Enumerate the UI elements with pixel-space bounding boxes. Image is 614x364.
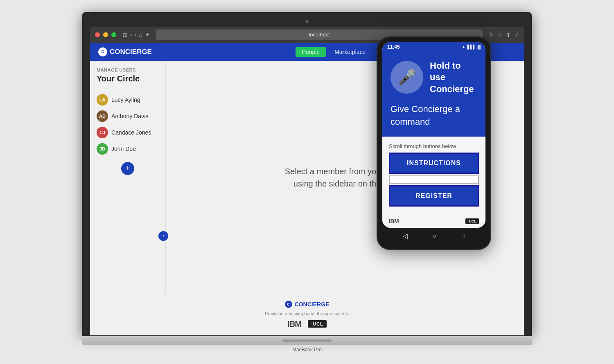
app-logo: C CONCIERGE [98, 47, 152, 56]
sidebar-manage-label: MANAGE USERS [90, 67, 165, 72]
macbook-base [82, 336, 532, 345]
phone-ucl-logo: ·UCL [465, 218, 479, 224]
battery-icon: ▓ [478, 45, 481, 49]
scroll-label: Scroll through buttons below [389, 143, 479, 149]
member-name: John Doe [111, 146, 136, 152]
app-nav: People Marketplace [296, 47, 372, 57]
phone-device: 11:45 ▲ ▌▌▌ ▓ 🎤 Hold to use Concierge Gi… [377, 36, 491, 250]
fullscreen-icon[interactable]: ⤢ [514, 31, 519, 38]
share-icon[interactable]: ⬆ [506, 31, 511, 38]
phone-ibm-logo: IBM [389, 218, 399, 225]
ucl-logo: ·UCL [308, 320, 327, 328]
svg-text:LA: LA [99, 97, 106, 102]
member-name: Candace Jones [111, 129, 151, 136]
browser-nav: ⊞ ‹ › ⌂ [123, 31, 142, 38]
sidebar-icon[interactable]: ⊞ [123, 31, 128, 38]
sidebar-title: Your Circle [90, 74, 165, 83]
footer-logo: C CONCIERGE [285, 301, 330, 308]
list-item[interactable]: AD Anthony Davis [90, 108, 165, 124]
register-button[interactable]: REGISTER [389, 185, 479, 207]
phone-divider [389, 175, 479, 184]
phone-screen: 11:45 ▲ ▌▌▌ ▓ 🎤 Hold to use Concierge Gi… [382, 42, 485, 228]
bookmark-icon[interactable]: ☆ [497, 31, 503, 38]
give-command-text: Give Concierge a command [391, 104, 460, 127]
logo-text: CONCIERGE [110, 48, 152, 56]
camera [305, 20, 309, 23]
phone-nav-bar: ◁ ○ □ [382, 228, 485, 244]
phone-hero-section: 🎤 Hold to use Concierge [382, 52, 485, 103]
wifi-icon: ▲ [462, 45, 466, 49]
sidebar-toggle-button[interactable]: ‹ [158, 231, 168, 241]
tab-marketplace[interactable]: Marketplace [328, 47, 372, 57]
phone-status-bar: 11:45 ▲ ▌▌▌ ▓ [382, 42, 485, 52]
app-footer: C CONCIERGE Providing a helping hand, th… [90, 294, 524, 335]
tab-people[interactable]: People [296, 47, 327, 57]
list-item[interactable]: JD John Doe [90, 141, 165, 157]
add-member-button[interactable]: + [121, 162, 134, 175]
svg-text:AD: AD [99, 114, 106, 119]
logo-icon: C [98, 47, 107, 56]
forward-icon[interactable]: › [135, 31, 137, 38]
back-nav-button[interactable]: ◁ [403, 232, 408, 240]
footer-tagline: Providing a helping hand, through speech… [265, 311, 349, 316]
macbook-label: MacBook Pro [292, 347, 322, 353]
list-item[interactable]: LA Lucy Ayling [90, 92, 165, 108]
svg-text:CJ: CJ [99, 130, 105, 135]
svg-text:JD: JD [99, 146, 105, 151]
avatar: AD [97, 110, 108, 122]
give-command-section: Give Concierge a command [382, 103, 485, 137]
home-nav-button[interactable]: ○ [432, 232, 436, 240]
recents-nav-button[interactable]: □ [461, 232, 465, 240]
home-icon[interactable]: ⌂ [139, 31, 142, 38]
member-name: Lucy Ayling [111, 97, 140, 103]
signal-icon: ▌▌▌ [467, 45, 476, 49]
macbook-notch [282, 339, 332, 342]
hold-to-use-text: Hold to use Concierge [430, 60, 477, 95]
avatar: CJ [97, 127, 108, 138]
close-button[interactable] [95, 32, 100, 37]
status-icons: ▲ ▌▌▌ ▓ [462, 45, 481, 49]
avatar: LA [97, 94, 108, 106]
instructions-button[interactable]: INSTRUCTIONS [389, 153, 479, 174]
member-name: Anthony Davis [111, 113, 148, 119]
ibm-logo: IBM [287, 319, 301, 329]
avatar: JD [97, 143, 108, 155]
footer-partner-logos: IBM ·UCL [287, 319, 326, 329]
phone-buttons-section: Scroll through buttons below INSTRUCTION… [382, 137, 485, 215]
microphone-icon: 🎤 [398, 69, 416, 86]
list-item[interactable]: CJ Candace Jones [90, 124, 165, 141]
browser-actions: ↻ ☆ ⬆ ⤢ [489, 31, 519, 38]
reload-icon[interactable]: ↻ [489, 31, 494, 38]
footer-logo-icon: C [285, 301, 292, 308]
maximize-button[interactable] [111, 32, 116, 37]
status-time: 11:45 [387, 44, 400, 50]
back-icon[interactable]: ‹ [130, 31, 132, 38]
minimize-button[interactable] [103, 32, 108, 37]
add-tab-icon[interactable]: + [146, 31, 149, 38]
phone-footer: IBM ·UCL [382, 215, 485, 228]
sidebar: MANAGE USERS Your Circle LA Lucy Ayling [90, 61, 166, 294]
member-list: LA Lucy Ayling AD Anthony Davis [90, 92, 165, 157]
mic-button[interactable]: 🎤 [391, 61, 423, 94]
